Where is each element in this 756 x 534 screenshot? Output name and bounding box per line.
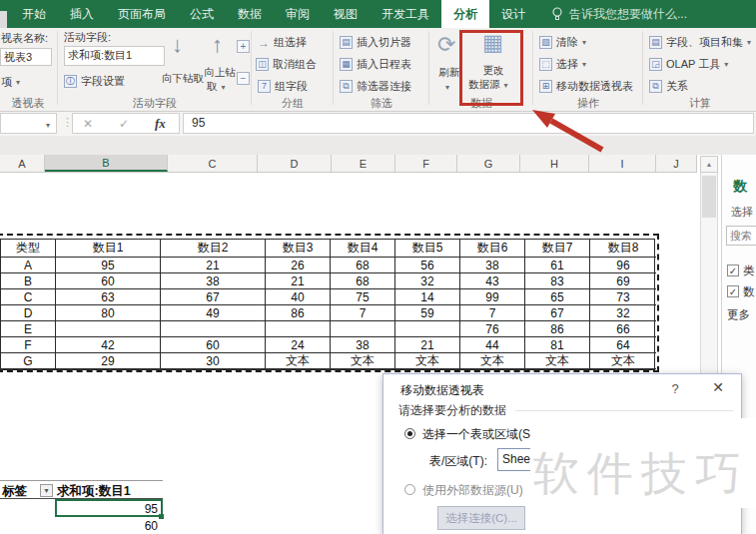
table-header-cell[interactable]: 数目3: [266, 240, 331, 258]
table-header-cell[interactable]: 数目4: [331, 240, 395, 258]
table-cell[interactable]: 68: [331, 273, 395, 289]
table-header-cell[interactable]: 数目5: [395, 240, 460, 258]
table-cell[interactable]: C: [1, 289, 56, 305]
table-cell[interactable]: 83: [525, 273, 590, 289]
table-cell[interactable]: 文本: [590, 353, 656, 369]
relationships-button[interactable]: ⧉ 关系: [649, 79, 688, 94]
radio-external-source[interactable]: [404, 484, 415, 495]
selected-cell[interactable]: 95: [55, 499, 163, 517]
move-pivottable-button[interactable]: ⊞ 移动数据透视表: [539, 79, 633, 94]
column-header-g[interactable]: G: [457, 155, 520, 172]
table-cell[interactable]: 30: [161, 353, 266, 369]
table-header-cell[interactable]: 数目7: [525, 240, 590, 258]
tab-analyze[interactable]: 分析: [441, 0, 489, 28]
table-cell[interactable]: 60: [161, 337, 266, 353]
drill-up-button[interactable]: 向上钻: [198, 66, 242, 80]
column-header-b[interactable]: B: [45, 155, 168, 172]
tell-me-box[interactable]: 告诉我您想要做什么...: [551, 0, 687, 28]
table-cell[interactable]: [331, 321, 395, 337]
column-header-e[interactable]: E: [332, 155, 395, 172]
column-header-c[interactable]: C: [168, 155, 258, 172]
table-cell[interactable]: 文本: [460, 353, 525, 369]
table-cell[interactable]: 文本: [395, 353, 460, 369]
table-cell[interactable]: 40: [266, 289, 331, 305]
table-cell[interactable]: 65: [525, 289, 590, 305]
table-cell[interactable]: 文本: [525, 353, 590, 369]
table-cell[interactable]: 21: [161, 258, 266, 273]
active-field-box[interactable]: 求和项:数目1: [64, 46, 165, 66]
tab-review[interactable]: 审阅: [274, 0, 322, 28]
table-cell[interactable]: 7: [460, 305, 525, 321]
tab-design[interactable]: 设计: [489, 0, 537, 28]
table-cell[interactable]: 24: [266, 337, 331, 353]
column-header-d[interactable]: D: [258, 155, 332, 172]
collapse-field-button[interactable]: −: [237, 72, 250, 85]
insert-timeline-button[interactable]: ▦ 插入日程表: [340, 57, 411, 72]
tab-view[interactable]: 视图: [322, 0, 370, 28]
table-cell[interactable]: 文本: [331, 353, 395, 369]
table-cell[interactable]: 80: [56, 305, 161, 321]
field-checkbox-number[interactable]: ✓: [727, 285, 739, 297]
olap-tools-button[interactable]: ◲ OLAP 工具 ▾: [649, 57, 728, 72]
table-cell[interactable]: [161, 321, 266, 337]
table-cell[interactable]: 29: [56, 353, 161, 369]
pivottable-options-button[interactable]: 项 ▾: [1, 75, 20, 90]
tab-formulas[interactable]: 公式: [178, 0, 226, 28]
tab-data[interactable]: 数据: [226, 0, 274, 28]
table-cell[interactable]: 81: [525, 337, 590, 353]
table-cell[interactable]: 49: [161, 305, 266, 321]
table-cell[interactable]: 67: [161, 289, 266, 305]
field-settings-button[interactable]: ⓘ 字段设置: [64, 74, 125, 89]
tab-insert[interactable]: 插入: [58, 0, 106, 28]
scroll-up-button[interactable]: ▲: [700, 156, 718, 173]
table-cell[interactable]: 42: [56, 337, 161, 353]
table-header-cell[interactable]: 数目8: [590, 240, 656, 258]
table-cell[interactable]: 75: [331, 289, 395, 305]
table-cell[interactable]: [56, 321, 161, 337]
table-cell[interactable]: A: [1, 258, 56, 273]
radio-select-table-range-label[interactable]: 选择一个表或区域(S): [422, 426, 534, 443]
select-button[interactable]: ⬚ 选择 ▾: [539, 57, 586, 72]
table-cell[interactable]: B: [1, 273, 56, 289]
table-cell[interactable]: 32: [590, 305, 656, 321]
cancel-icon[interactable]: ✕: [83, 117, 93, 131]
table-cell[interactable]: 86: [266, 305, 331, 321]
radio-external-source-label[interactable]: 使用外部数据源(U): [422, 482, 523, 499]
insert-slicer-button[interactable]: ▤ 插入切片器: [340, 35, 411, 50]
table-header-cell[interactable]: 数目6: [460, 240, 525, 258]
table-cell[interactable]: 26: [266, 258, 331, 273]
fields-search-input[interactable]: 搜索: [726, 226, 756, 246]
expand-field-button[interactable]: +: [237, 40, 250, 53]
table-cell[interactable]: 68: [331, 258, 395, 273]
table-cell[interactable]: 38: [161, 273, 266, 289]
table-cell[interactable]: 21: [266, 273, 331, 289]
table-cell[interactable]: D: [1, 305, 56, 321]
table-cell[interactable]: 76: [460, 321, 525, 337]
column-header-j[interactable]: J: [656, 155, 697, 172]
table-header-cell[interactable]: 数目1: [56, 240, 161, 258]
table-cell[interactable]: 43: [460, 273, 525, 289]
table-cell[interactable]: 95: [56, 258, 161, 273]
pivot-value[interactable]: 60: [55, 519, 158, 533]
column-header-a[interactable]: A: [0, 155, 45, 172]
field-label-type[interactable]: 类: [743, 264, 755, 278]
table-cell[interactable]: 96: [590, 258, 656, 273]
radio-select-table-range[interactable]: [404, 428, 415, 439]
table-header-cell[interactable]: 类型: [1, 240, 56, 258]
ungroup-button[interactable]: ◫ 取消组合: [256, 57, 317, 72]
table-cell[interactable]: 44: [460, 337, 525, 353]
table-cell[interactable]: 21: [395, 337, 460, 353]
tab-page-layout[interactable]: 页面布局: [106, 0, 178, 28]
group-field-button[interactable]: 7 组字段: [258, 79, 308, 94]
table-header-cell[interactable]: 数目2: [161, 240, 266, 258]
tab-home[interactable]: 开始: [10, 0, 58, 28]
formula-input[interactable]: 95: [183, 113, 754, 134]
table-cell[interactable]: 67: [525, 305, 590, 321]
insert-function-icon[interactable]: fx: [155, 116, 166, 132]
table-cell[interactable]: 56: [395, 258, 460, 273]
table-cell[interactable]: 文本: [266, 353, 331, 369]
group-selection-button[interactable]: → 组选择: [258, 35, 307, 50]
tab-developer[interactable]: 开发工具: [370, 0, 441, 28]
table-cell[interactable]: 59: [395, 305, 460, 321]
table-cell[interactable]: 60: [56, 273, 161, 289]
